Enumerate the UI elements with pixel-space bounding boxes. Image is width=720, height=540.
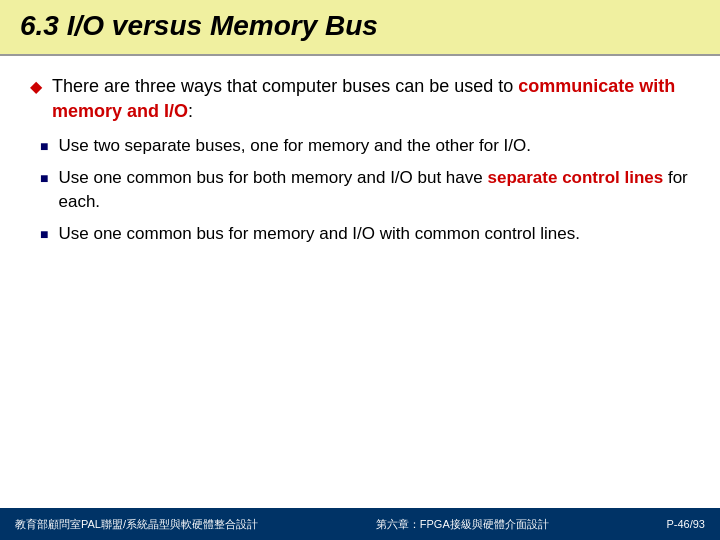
footer-center: 第六章：FPGA接級與硬體介面設計 <box>376 517 549 532</box>
main-bullet-item: ◆ There are three ways that computer bus… <box>30 74 690 124</box>
slide-header: 6.3 I/O versus Memory Bus <box>0 0 720 56</box>
sub-bullet-2: ■ Use one common bus for both memory and… <box>40 166 690 214</box>
diamond-icon: ◆ <box>30 77 42 96</box>
highlight-control-lines: separate control lines <box>487 168 663 187</box>
sub-bullets-container: ■ Use two separate buses, one for memory… <box>40 134 690 245</box>
main-bullet-prefix: There are three ways that computer buses… <box>52 76 518 96</box>
sub-bullet-text-1: Use two separate buses, one for memory a… <box>58 134 530 158</box>
sub-bullet-1: ■ Use two separate buses, one for memory… <box>40 134 690 158</box>
main-bullet-text: There are three ways that computer buses… <box>52 74 690 124</box>
slide-title: 6.3 I/O versus Memory Bus <box>20 10 700 42</box>
sub-bullet-text-2: Use one common bus for both memory and I… <box>58 166 690 214</box>
square-icon-1: ■ <box>40 138 48 154</box>
footer-right: P-46/93 <box>666 518 705 530</box>
slide-footer: 教育部顧問室PAL聯盟/系統晶型與軟硬體整合設計 第六章：FPGA接級與硬體介面… <box>0 508 720 540</box>
sub-bullet-text-3: Use one common bus for memory and I/O wi… <box>58 222 580 246</box>
square-icon-2: ■ <box>40 170 48 186</box>
sub-bullet-3: ■ Use one common bus for memory and I/O … <box>40 222 690 246</box>
main-content: ◆ There are three ways that computer bus… <box>0 56 720 264</box>
main-bullet-suffix: : <box>188 101 193 121</box>
square-icon-3: ■ <box>40 226 48 242</box>
footer-left: 教育部顧問室PAL聯盟/系統晶型與軟硬體整合設計 <box>15 517 258 532</box>
